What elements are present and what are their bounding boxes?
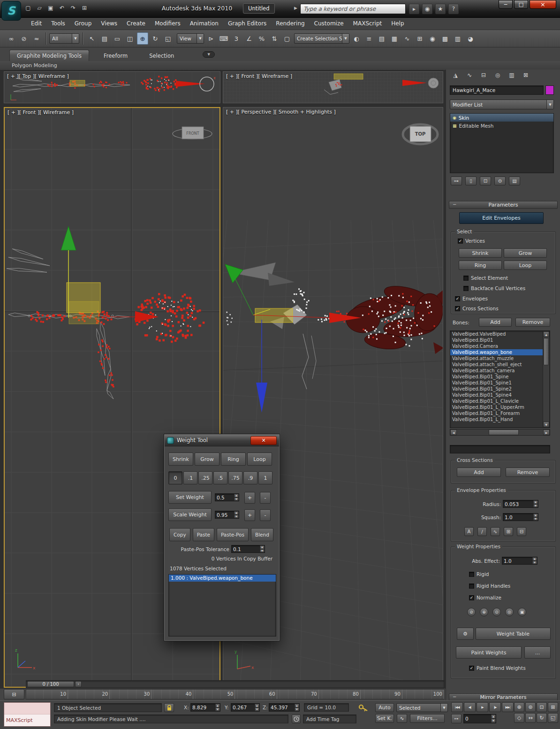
normalize-checkbox[interactable] — [469, 595, 474, 600]
auto-key-button[interactable]: Auto — [375, 703, 394, 712]
lock-selection-button[interactable] — [164, 703, 174, 712]
paint-blend-weights-checkbox[interactable] — [469, 666, 474, 671]
paint-weights-button[interactable]: Paint Weights — [456, 646, 522, 659]
open-file-icon[interactable]: ▱ — [35, 3, 44, 13]
paint-options-button[interactable]: ... — [524, 646, 551, 659]
y-coord-field[interactable]: 0.267 — [231, 703, 260, 712]
front-viewport-label[interactable]: [ + ][ Front ][ Wireframe ] — [8, 109, 74, 115]
z-coord-field[interactable]: 45.397 — [269, 703, 300, 712]
tolerance-field[interactable]: 0.1 — [231, 545, 265, 553]
menu-item[interactable]: MAXScript — [348, 18, 387, 30]
add-bone-button[interactable]: Add — [479, 318, 512, 327]
edit-envelopes-button[interactable]: Edit Envelopes — [459, 212, 544, 224]
minimize-button[interactable]: − — [499, 0, 513, 9]
preset-p5-button[interactable]: .5 — [213, 471, 227, 484]
front-strip-viewport-label[interactable]: [ + ][ Front ][ Wireframe ] — [226, 73, 292, 79]
bone-item[interactable]: ValveBiped.Bip01_L_UpperArm — [450, 404, 543, 410]
loop-button[interactable]: Loop — [504, 261, 547, 270]
scroll-left-icon[interactable]: ◀ — [450, 430, 457, 435]
backface-cull-checkbox[interactable] — [463, 286, 469, 291]
tab-graphite-modeling-tools[interactable]: Graphite Modeling Tools — [9, 50, 89, 61]
tab-selection[interactable]: Selection — [142, 50, 181, 61]
zoom-extents-icon[interactable]: ⊡ — [537, 702, 547, 712]
menu-item[interactable]: Create — [122, 18, 150, 30]
modifier-skin[interactable]: ◉ Skin — [450, 114, 553, 122]
parameters-rollout[interactable]: − Parameters — [449, 201, 558, 209]
menu-item[interactable]: Rendering — [271, 18, 309, 30]
go-to-end-icon[interactable]: ▶▶| — [502, 702, 514, 712]
mirror-icon[interactable]: ◐ — [351, 32, 362, 45]
infocenter-search-input[interactable] — [300, 4, 406, 14]
key-filter-dropdown[interactable]: Selected — [396, 703, 448, 712]
wt-loop-button[interactable]: Loop — [247, 453, 272, 466]
preset-1-button[interactable]: 1 — [258, 471, 272, 484]
app-logo-icon[interactable]: S — [1, 1, 21, 21]
soft-selection-curve-button[interactable]: ∿ — [397, 714, 407, 723]
weight-table-button[interactable]: Weight Table — [476, 628, 551, 640]
select-excluded-icon[interactable]: ⊙ — [492, 608, 501, 616]
remove-modifier-icon[interactable]: ⊖ — [494, 176, 506, 185]
bone-item[interactable]: ValveBiped.weapon_bone — [450, 349, 543, 355]
zoom-all-icon[interactable]: ⊚ — [525, 702, 536, 712]
pan-icon[interactable]: ↔ — [525, 713, 536, 723]
z-spinner[interactable] — [295, 704, 299, 711]
radius-spinner[interactable] — [533, 500, 538, 507]
bone-item[interactable]: ValveBiped.attach_shell_eject — [450, 361, 543, 368]
weight-minus-button[interactable]: - — [260, 492, 271, 504]
bones-list-vscrollbar[interactable]: ▲ ▼ — [543, 331, 549, 427]
select-and-rotate-icon[interactable]: ↻ — [150, 32, 161, 45]
timeline-ruler[interactable]: 102030405060708090100 — [26, 689, 445, 699]
add-time-tag-field[interactable]: Add Time Tag — [303, 714, 356, 723]
ribbon-collapse-button[interactable]: ▼ — [203, 51, 215, 58]
bone-item[interactable]: ValveBiped.attach_camera — [450, 368, 543, 374]
select-by-name-icon[interactable]: ▤ — [99, 32, 110, 45]
pin-stack-icon[interactable]: ⊶ — [451, 176, 462, 185]
make-unique-icon[interactable]: ⊡ — [480, 176, 491, 185]
clipboard-icon[interactable]: ⊞ — [80, 3, 89, 13]
menu-item[interactable]: Customize — [310, 18, 348, 30]
wt-paste-button[interactable]: Paste — [193, 528, 214, 541]
falloff-icon[interactable]: ∕ — [477, 527, 487, 536]
vertices-checkbox[interactable] — [458, 238, 463, 244]
top-viewport-label[interactable]: [ + ][ Top ][ Wireframe ] — [7, 73, 69, 79]
window-crossing-toggle-icon[interactable]: ◫ — [124, 32, 136, 45]
named-selection-dropdown[interactable]: Create Selection S — [294, 33, 349, 44]
modify-tab-icon[interactable]: ∿ — [464, 70, 475, 80]
bone-item[interactable]: ValveBiped.Bip01_Spine — [450, 374, 543, 380]
field-of-view-icon[interactable]: ◇ — [514, 713, 524, 723]
menu-item[interactable]: Animation — [185, 18, 223, 30]
absolute-effect-icon[interactable]: A — [464, 527, 474, 536]
close-button[interactable]: × — [530, 0, 556, 9]
layer-manager-icon[interactable]: ▤ — [376, 32, 387, 45]
key-filters-button[interactable]: Filters... — [410, 714, 445, 723]
reference-coordinate-dropdown[interactable]: View — [177, 33, 204, 44]
rigid-handles-checkbox[interactable] — [469, 583, 474, 589]
hierarchy-tab-icon[interactable]: ⊟ — [478, 70, 489, 80]
set-key-big-button[interactable] — [357, 702, 370, 714]
bone-item[interactable]: ValveBiped.Camera — [450, 343, 543, 349]
curve-falloff-icon[interactable]: ∿ — [491, 527, 500, 536]
menu-item[interactable]: Views — [96, 18, 122, 30]
envelopes-checkbox[interactable] — [455, 296, 460, 301]
menu-item[interactable]: Tools — [46, 18, 70, 30]
tolerance-spinner[interactable] — [260, 545, 265, 553]
bone-item[interactable]: ValveBiped.Bip01_Spine4 — [450, 392, 543, 398]
wt-copy-button[interactable]: Copy — [169, 528, 190, 541]
menu-item[interactable]: Edit — [26, 18, 46, 30]
play-icon[interactable]: ▶ — [477, 702, 488, 712]
time-spinner[interactable] — [491, 714, 496, 723]
snaps-toggle-icon[interactable]: 3 — [231, 32, 242, 45]
mini-curve-editor-button[interactable]: ⊟ — [4, 689, 24, 699]
add-cross-section-button[interactable]: Add — [457, 468, 501, 477]
copy-envelope-icon[interactable]: ⊞ — [504, 527, 513, 536]
scrollbar-thumb[interactable] — [489, 430, 519, 435]
wt-blend-button[interactable]: Blend — [251, 528, 273, 541]
squash-field[interactable]: 1.0 — [503, 513, 538, 521]
rendered-frame-window-icon[interactable]: ▥ — [452, 32, 463, 45]
bone-item[interactable]: ValveBiped.Bip01_L_Forearm — [450, 410, 543, 416]
scroll-right-icon[interactable]: ▶ — [543, 430, 550, 435]
bone-item[interactable]: ValveBiped.Bip01 — [450, 337, 543, 343]
scroll-down-icon[interactable]: ▼ — [543, 422, 549, 427]
bone-item[interactable]: ValveBiped.attach_muzzle — [450, 355, 543, 361]
menu-item[interactable]: Group — [70, 18, 97, 30]
